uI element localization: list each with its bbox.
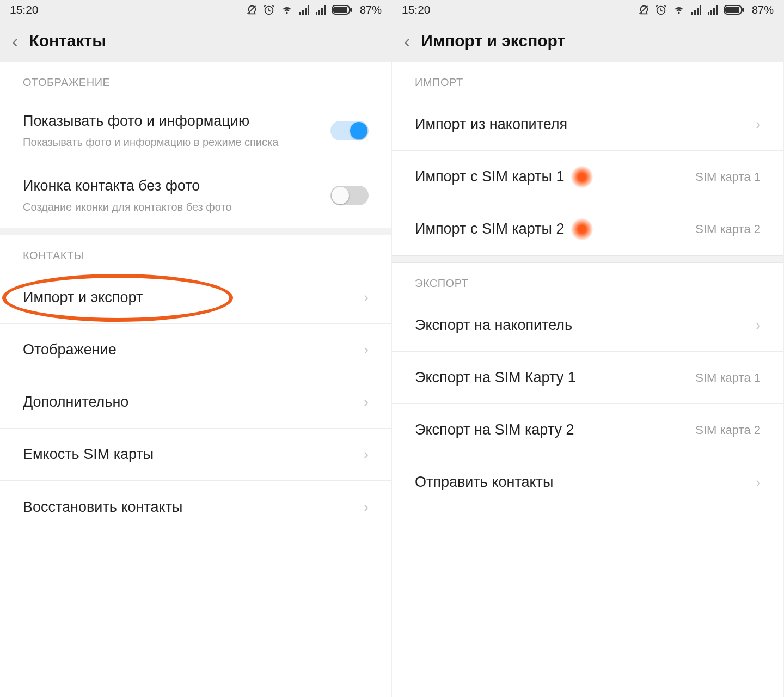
chevron-right-icon: › [756, 116, 761, 133]
section-import: ИМПОРТ [392, 62, 783, 99]
row-label-text: Импорт с SIM карты 1 [415, 167, 565, 186]
svg-rect-11 [333, 7, 347, 13]
svg-rect-24 [725, 7, 739, 13]
chevron-right-icon: › [364, 446, 369, 463]
status-time: 15:20 [402, 3, 431, 16]
screen-import-export: 15:20 87% ‹ Импорт и экспорт [392, 0, 784, 697]
row-label-text: Импорт с SIM карты 2 [415, 219, 565, 239]
status-icons: 87% [638, 4, 774, 16]
row-display[interactable]: Отображение › [0, 324, 391, 376]
row-label: Восстановить контакты [23, 498, 364, 517]
signal-2-icon [707, 4, 718, 15]
svg-rect-4 [305, 8, 307, 15]
svg-rect-16 [694, 10, 696, 15]
status-time: 15:20 [10, 3, 39, 16]
row-label: Отображение [23, 340, 364, 359]
status-icons: 87% [246, 4, 382, 16]
chevron-right-icon: › [364, 499, 369, 516]
row-import-storage[interactable]: Импорт из накопителя › [392, 99, 783, 151]
row-label: Дополнительно [23, 393, 364, 412]
row-show-photo-info[interactable]: Показывать фото и информацию Показывать … [0, 99, 391, 163]
chevron-right-icon: › [756, 317, 761, 334]
row-restore-contacts[interactable]: Восстановить контакты › [0, 481, 391, 533]
row-value: SIM карта 2 [695, 423, 761, 437]
screen-contacts: 15:20 87% ‹ Контакты ОТОБ [0, 0, 392, 697]
page-title: Контакты [29, 32, 106, 50]
svg-rect-5 [308, 5, 309, 15]
row-label: Импорт с SIM карты 1 [415, 166, 695, 188]
svg-rect-6 [316, 12, 317, 15]
row-label: Экспорт на SIM Карту 1 [415, 368, 695, 387]
row-label: Экспорт на SIM карту 2 [415, 420, 695, 439]
signal-1-icon [691, 4, 702, 15]
toggle-contact-icon-no-photo[interactable] [330, 186, 369, 205]
row-label: Иконка контакта без фото [23, 176, 330, 195]
row-label: Импорт из накопителя [415, 115, 756, 134]
toggle-show-photo-info[interactable] [330, 121, 369, 140]
chevron-right-icon: › [364, 289, 369, 306]
svg-rect-22 [716, 5, 718, 15]
svg-rect-3 [302, 10, 304, 15]
row-label: Емкость SIM карты [23, 445, 364, 464]
svg-rect-15 [691, 12, 693, 15]
row-sub: Создание иконки для контактов без фото [23, 200, 284, 215]
alarm-icon [655, 4, 667, 16]
row-advanced[interactable]: Дополнительно › [0, 376, 391, 429]
battery-icon [332, 4, 353, 15]
row-label: Показывать фото и информацию [23, 112, 330, 131]
svg-rect-19 [708, 12, 709, 15]
wifi-icon [672, 4, 685, 16]
svg-rect-12 [350, 8, 352, 12]
row-label: Импорт и экспорт [23, 288, 364, 307]
svg-rect-21 [713, 8, 715, 15]
svg-rect-7 [318, 10, 320, 15]
back-icon[interactable]: ‹ [402, 32, 421, 50]
row-label: Импорт с SIM карты 2 [415, 218, 695, 240]
row-import-export[interactable]: Импорт и экспорт › [0, 272, 391, 324]
signal-2-icon [315, 4, 326, 15]
svg-rect-25 [742, 8, 744, 12]
battery-percent: 87% [752, 4, 774, 16]
chevron-right-icon: › [756, 474, 761, 491]
status-bar: 15:20 87% [392, 0, 783, 20]
row-send-contacts[interactable]: Отправить контакты › [392, 456, 783, 509]
back-icon[interactable]: ‹ [10, 32, 29, 50]
section-contacts: КОНТАКТЫ [0, 235, 391, 272]
row-contact-icon-no-photo[interactable]: Иконка контакта без фото Создание иконки… [0, 163, 391, 228]
section-export: ЭКСПОРТ [392, 263, 783, 299]
page-title: Импорт и экспорт [421, 32, 565, 50]
row-export-sim1[interactable]: Экспорт на SIM Карту 1 SIM карта 1 [392, 352, 783, 404]
status-bar: 15:20 87% [0, 0, 391, 20]
row-import-sim1[interactable]: Импорт с SIM карты 1 SIM карта 1 [392, 151, 783, 203]
row-export-storage[interactable]: Экспорт на накопитель › [392, 299, 783, 352]
mute-icon [638, 4, 650, 16]
alarm-icon [263, 4, 275, 16]
section-display: ОТОБРАЖЕНИЕ [0, 62, 391, 99]
svg-rect-2 [299, 12, 301, 15]
svg-rect-17 [697, 8, 699, 15]
svg-rect-9 [324, 5, 326, 15]
svg-rect-20 [710, 10, 712, 15]
row-import-sim2[interactable]: Импорт с SIM карты 2 SIM карта 2 [392, 203, 783, 255]
svg-rect-8 [321, 8, 323, 15]
row-label: Экспорт на накопитель [415, 316, 756, 335]
svg-rect-18 [700, 5, 701, 15]
section-gap [0, 228, 391, 235]
chevron-right-icon: › [364, 394, 369, 411]
battery-percent: 87% [360, 4, 382, 16]
row-label: Отправить контакты [415, 473, 756, 492]
header: ‹ Импорт и экспорт [392, 20, 783, 62]
highlight-dot-icon [571, 218, 593, 240]
wifi-icon [280, 4, 293, 16]
battery-icon [724, 4, 745, 15]
row-value: SIM карта 1 [695, 371, 761, 385]
section-gap [392, 255, 783, 263]
highlight-dot-icon [571, 166, 593, 188]
row-sim-capacity[interactable]: Емкость SIM карты › [0, 429, 391, 481]
row-value: SIM карта 2 [695, 222, 761, 236]
header: ‹ Контакты [0, 20, 391, 62]
row-sub: Показывать фото и информацию в режиме сп… [23, 135, 284, 150]
chevron-right-icon: › [364, 341, 369, 358]
signal-1-icon [299, 4, 310, 15]
row-export-sim2[interactable]: Экспорт на SIM карту 2 SIM карта 2 [392, 404, 783, 456]
